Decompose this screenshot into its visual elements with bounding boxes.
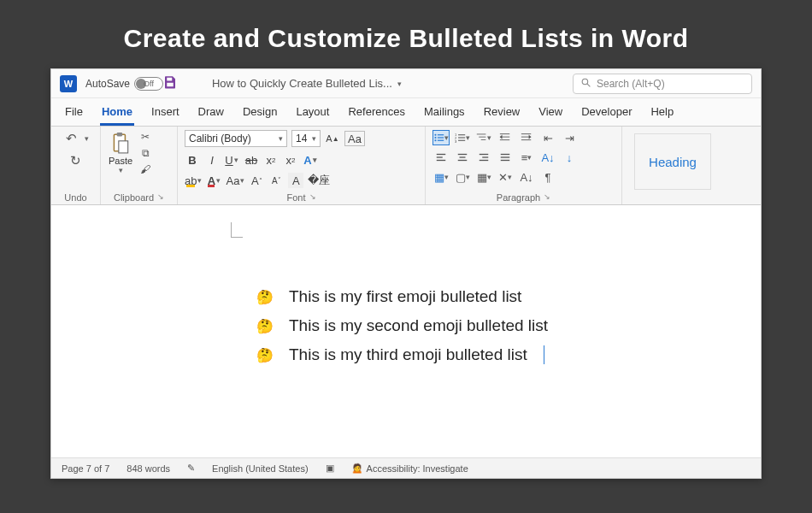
decrease-indent-alt-button[interactable]: ⇤: [539, 130, 556, 145]
group-clipboard-label: Clipboard: [114, 192, 154, 203]
tab-developer[interactable]: Developer: [580, 103, 633, 126]
copy-icon[interactable]: ⧉: [138, 146, 152, 160]
document-page: 🤔 This is my first emoji bulleted list 🤔…: [154, 205, 727, 386]
superscript-button[interactable]: x2: [283, 152, 298, 168]
bullets-button[interactable]: ▾: [432, 130, 450, 145]
status-macro-icon[interactable]: ▣: [326, 463, 334, 474]
bulleted-list: 🤔 This is my first emoji bulleted list 🤔…: [256, 282, 709, 369]
format-painter-icon[interactable]: 🖌: [138, 162, 152, 176]
autosave-state: Off: [144, 80, 154, 88]
paragraph-launcher-icon[interactable]: ↘: [544, 192, 550, 203]
svg-rect-3: [117, 133, 123, 136]
font-launcher-icon[interactable]: ↘: [309, 192, 316, 203]
style-heading[interactable]: Heading: [634, 133, 711, 190]
list-item-text: This is my second emoji bulleted list: [289, 316, 548, 335]
accessibility-icon: 🙍: [351, 463, 363, 474]
shrink-font-button[interactable]: A˅: [268, 173, 284, 188]
group-styles: Heading: [622, 127, 718, 204]
font-name-select[interactable]: Calibri (Body)▾: [185, 130, 287, 147]
redo-icon[interactable]: ↻: [68, 152, 85, 169]
line-spacing-button[interactable]: ≡▾: [518, 150, 535, 165]
chevron-down-icon: ▾: [397, 80, 402, 88]
slide-title: Create and Customize Bulleted Lists in W…: [0, 0, 812, 68]
tab-home[interactable]: Home: [100, 103, 134, 126]
underline-button[interactable]: U▾: [224, 152, 239, 168]
save-icon[interactable]: [162, 74, 178, 93]
justify-button[interactable]: [497, 150, 514, 165]
tab-layout[interactable]: Layout: [294, 103, 331, 126]
decrease-indent-button[interactable]: [497, 130, 514, 145]
tab-design[interactable]: Design: [241, 103, 279, 126]
change-case-icon[interactable]: Aa: [344, 131, 365, 146]
subscript-button[interactable]: x2: [263, 152, 279, 168]
show-marks-button[interactable]: ¶: [539, 169, 556, 185]
list-item[interactable]: 🤔 This is my second emoji bulleted list: [256, 311, 709, 340]
character-shading-icon[interactable]: Aa▾: [226, 173, 244, 188]
grow-font-button[interactable]: A˄: [249, 173, 264, 188]
bold-button[interactable]: B: [185, 152, 200, 168]
paste-icon: [108, 130, 133, 156]
list-item[interactable]: 🤔 This is my third emoji bulleted list: [256, 340, 709, 369]
svg-line-1: [587, 84, 590, 86]
align-left-button[interactable]: [432, 150, 450, 165]
titlebar: W AutoSave Off How to Quickly Create Bul…: [51, 69, 761, 98]
clear-formatting-icon[interactable]: A: [288, 173, 303, 188]
sort-alt-button[interactable]: A↓: [518, 169, 535, 185]
increase-indent-button[interactable]: [518, 130, 535, 145]
tab-review[interactable]: Review: [482, 103, 522, 126]
numbering-button[interactable]: 123▾: [454, 130, 471, 145]
document-title[interactable]: How to Quickly Create Bulleted Lis... ▾: [212, 77, 402, 90]
document-title-text: How to Quickly Create Bulleted Lis...: [212, 77, 392, 90]
tab-draw[interactable]: Draw: [197, 103, 226, 126]
sort-desc-button[interactable]: ↓: [561, 150, 578, 165]
highlight-color-button[interactable]: ab▾: [185, 173, 202, 188]
enclose-characters-icon[interactable]: �座: [308, 173, 330, 188]
font-size-select[interactable]: 14▾: [291, 130, 321, 147]
font-color-button[interactable]: A▾: [206, 173, 221, 188]
shading-button[interactable]: ▦▾: [432, 169, 450, 185]
tab-references[interactable]: References: [346, 103, 406, 126]
list-item[interactable]: 🤔 This is my first emoji bulleted list: [256, 282, 709, 311]
increase-indent-alt-button[interactable]: ⇥: [561, 130, 578, 145]
sort-button[interactable]: A↓: [539, 150, 556, 165]
multilevel-list-button[interactable]: ▾: [475, 130, 492, 145]
status-spellcheck-icon[interactable]: ✎: [187, 463, 195, 474]
svg-rect-4: [119, 141, 128, 153]
paste-dropdown-icon[interactable]: ▾: [119, 166, 123, 174]
document-area[interactable]: 🤔 This is my first emoji bulleted list 🤔…: [51, 205, 761, 457]
word-app-window: W AutoSave Off How to Quickly Create Bul…: [50, 68, 762, 479]
text-effects-icon[interactable]: A▾: [303, 152, 318, 168]
undo-icon[interactable]: ↶: [63, 130, 80, 147]
emoji-bullet-icon: 🤔: [256, 347, 274, 363]
svg-point-0: [582, 79, 588, 85]
status-words[interactable]: 848 words: [127, 463, 170, 474]
search-input[interactable]: Search (Alt+Q): [573, 74, 752, 94]
strikethrough-button[interactable]: ab: [244, 152, 259, 168]
borders-button[interactable]: ▢▾: [454, 169, 471, 185]
tab-help[interactable]: Help: [649, 103, 675, 126]
group-paragraph-label: Paragraph: [497, 192, 540, 203]
paste-button[interactable]: Paste ▾: [108, 130, 133, 174]
status-page[interactable]: Page 7 of 7: [62, 463, 109, 474]
margin-marker: [231, 222, 243, 238]
asian-layout-button[interactable]: ✕▾: [497, 169, 514, 185]
tab-insert[interactable]: Insert: [150, 103, 181, 126]
cut-icon[interactable]: ✂: [138, 130, 152, 144]
tab-view[interactable]: View: [537, 103, 564, 126]
status-language[interactable]: English (United States): [212, 463, 309, 474]
italic-button[interactable]: I: [204, 152, 220, 168]
align-center-button[interactable]: [454, 150, 471, 165]
status-accessibility[interactable]: 🙍 Accessibility: Investigate: [351, 463, 468, 474]
tab-mailings[interactable]: Mailings: [422, 103, 467, 126]
list-item-text: This is my third emoji bulleted list: [289, 345, 527, 364]
text-cursor: [544, 345, 544, 364]
grow-font-icon[interactable]: A▲: [325, 131, 340, 146]
clipboard-launcher-icon[interactable]: ↘: [157, 192, 164, 203]
undo-dropdown-icon[interactable]: ▾: [85, 134, 89, 143]
autosave-control[interactable]: AutoSave Off: [85, 77, 154, 91]
table-button[interactable]: ▦▾: [475, 169, 492, 185]
accessibility-text: Accessibility: Investigate: [367, 463, 468, 474]
align-right-button[interactable]: [475, 150, 492, 165]
emoji-bullet-icon: 🤔: [256, 318, 274, 334]
tab-file[interactable]: File: [63, 103, 85, 126]
